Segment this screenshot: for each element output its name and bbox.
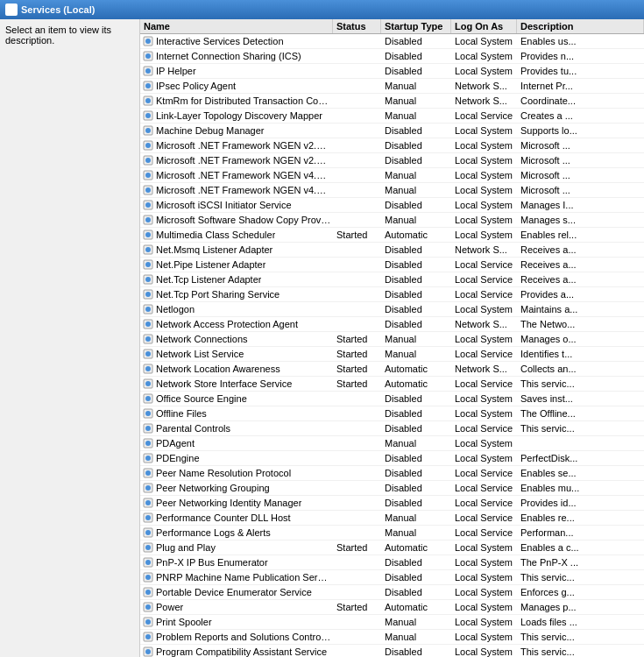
service-icon [142,65,154,77]
service-icon [142,631,154,643]
service-name-cell: Power [140,600,333,614]
table-row[interactable]: Peer Name Resolution ProtocolDisabledLoc… [140,466,644,481]
table-row[interactable]: Microsoft .NET Framework NGEN v4.0.3...M… [140,168,644,183]
services-table[interactable]: Interactive Services DetectionDisabledLo… [140,34,644,657]
service-startup: Disabled [381,244,451,256]
table-row[interactable]: Link-Layer Topology Discovery MapperManu… [140,109,644,124]
service-status [333,100,381,102]
service-name: IP Helper [156,66,196,76]
service-icon [142,229,154,241]
service-icon [142,363,154,375]
header-logon[interactable]: Log On As [451,19,517,33]
service-startup: Automatic [381,378,451,390]
service-name-cell: KtmRm for Distributed Transaction Coor..… [140,94,333,108]
table-row[interactable]: KtmRm for Distributed Transaction Coor..… [140,94,644,109]
table-row[interactable]: Plug and PlayStartedAutomaticLocal Syste… [140,540,644,555]
header-desc[interactable]: Description [517,19,644,33]
service-status [333,621,381,623]
table-row[interactable]: Multimedia Class SchedulerStartedAutomat… [140,228,644,243]
window-title: Services (Local) [21,4,95,15]
table-row[interactable]: Network List ServiceStartedManualLocal S… [140,347,644,362]
service-status [333,70,381,72]
svg-point-3 [145,53,151,59]
service-status [333,562,381,563]
table-row[interactable]: Microsoft .NET Framework NGEN v2.0.5...D… [140,138,644,153]
table-row[interactable]: Network Store Interface ServiceStartedAu… [140,377,644,392]
service-startup: Disabled [381,586,451,598]
table-row[interactable]: Performance Counter DLL HostManualLocal … [140,511,644,526]
table-row[interactable]: Offline FilesDisabledLocal SystemThe Off… [140,406,644,421]
service-description: Enables a c... [517,541,644,554]
table-row[interactable]: Net.Tcp Listener AdapterDisabledLocal Se… [140,272,644,287]
table-row[interactable]: Peer Networking GroupingDisabledLocal Se… [140,481,644,496]
service-description: Internet Pr... [517,80,644,92]
service-startup: Disabled [381,35,451,47]
service-name: PNRP Machine Name Publication Service [156,572,331,583]
table-row[interactable]: Internet Connection Sharing (ICS)Disable… [140,49,644,64]
service-description: Manages o... [517,333,644,345]
header-startup[interactable]: Startup Type [381,19,451,33]
service-icon [142,497,154,509]
service-startup: Disabled [381,646,451,657]
table-row[interactable]: PNRP Machine Name Publication ServiceDis… [140,570,644,585]
table-row[interactable]: Office Source EngineDisabledLocal System… [140,392,644,406]
table-row[interactable]: Parental ControlsDisabledLocal ServiceTh… [140,421,644,436]
table-row[interactable]: Interactive Services DetectionDisabledLo… [140,34,644,49]
service-description [517,442,644,444]
table-row[interactable]: Microsoft iSCSI Initiator ServiceDisable… [140,198,644,213]
table-row[interactable]: Microsoft Software Shadow Copy ProviderM… [140,213,644,228]
service-icon [142,646,154,657]
service-description: Identifies t... [517,348,644,360]
table-row[interactable]: Machine Debug ManagerDisabledLocal Syste… [140,124,644,138]
table-row[interactable]: Net.Pipe Listener AdapterDisabledLocal S… [140,258,644,272]
table-row[interactable]: IP HelperDisabledLocal SystemProvides tu… [140,64,644,79]
service-startup: Disabled [381,482,451,494]
svg-point-69 [145,545,151,550]
table-row[interactable]: Peer Networking Identity ManagerDisabled… [140,496,644,511]
header-name[interactable]: Name [140,19,333,33]
table-row[interactable]: Net.Tcp Port Sharing ServiceDisabledLoca… [140,287,644,302]
table-row[interactable]: Problem Reports and Solutions Control P.… [140,630,644,645]
service-name-cell: PNRP Machine Name Publication Service [140,570,333,584]
service-name-cell: Microsoft .NET Framework NGEN v2.0.5... [140,138,333,152]
table-row[interactable]: Performance Logs & AlertsManualLocal Ser… [140,526,644,540]
table-row[interactable]: Program Compatibility Assistant ServiceD… [140,645,644,657]
table-row[interactable]: Microsoft .NET Framework NGEN v4.0.3...M… [140,183,644,198]
service-name-cell: Netlogon [140,302,333,316]
table-row[interactable]: Net.Msmq Listener AdapterDisabledNetwork… [140,243,644,258]
table-row[interactable]: PnP-X IP Bus EnumeratorDisabledLocal Sys… [140,555,644,570]
service-status [333,279,381,280]
service-name-cell: Offline Files [140,406,333,420]
service-icon [142,378,154,390]
service-name: PnP-X IP Bus Enumerator [156,557,268,568]
left-panel-description: Select an item to view its description. [5,25,111,46]
service-description: Provides a... [517,288,644,300]
svg-point-29 [145,247,151,252]
table-row[interactable]: Microsoft .NET Framework NGEN v2.0.5...D… [140,153,644,168]
service-icon [142,139,154,152]
service-icon [142,258,154,271]
service-status [333,174,381,176]
table-row[interactable]: Network ConnectionsStartedManualLocal Sy… [140,332,644,347]
table-row[interactable]: Portable Device Enumerator ServiceDisabl… [140,585,644,600]
service-status: Started [333,348,381,360]
table-row[interactable]: Print SpoolerManualLocal SystemLoads fil… [140,615,644,630]
table-row[interactable]: PDAgentManualLocal System [140,436,644,451]
service-logon: Local System [451,541,517,554]
table-row[interactable]: IPsec Policy AgentManualNetwork S...Inte… [140,79,644,94]
header-status[interactable]: Status [333,19,381,33]
service-name: Net.Msmq Listener Adapter [156,244,272,255]
table-row[interactable]: Network Location AwarenessStartedAutomat… [140,362,644,377]
table-row[interactable]: Network Access Protection AgentDisabledN… [140,317,644,332]
table-row[interactable]: NetlogonDisabledLocal SystemMaintains a.… [140,302,644,317]
svg-point-1 [145,39,151,44]
table-row[interactable]: PDEngineDisabledLocal SystemPerfectDisk.… [140,451,644,466]
table-row[interactable]: PowerStartedAutomaticLocal SystemManages… [140,600,644,615]
service-name: Office Source Engine [156,393,247,404]
service-startup: Disabled [381,392,451,405]
service-description: Manages I... [517,199,644,211]
service-name: Netlogon [156,304,195,314]
service-icon [142,392,154,405]
service-icon [142,110,154,122]
service-status [333,576,381,578]
